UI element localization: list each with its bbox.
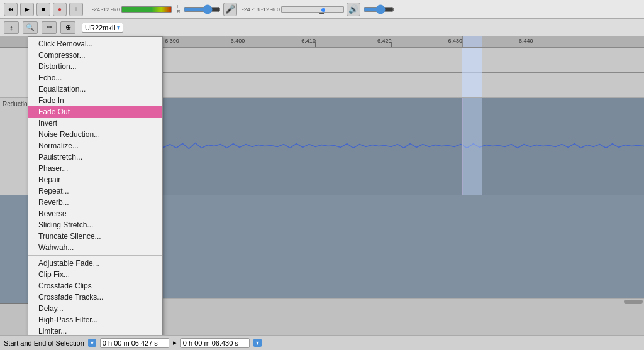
stop-button[interactable]: ■ [36, 3, 50, 16]
output-level-meter [121, 6, 172, 13]
menu-item-noise-reduction[interactable]: Noise Reduction... [28, 129, 162, 140]
track-3-waveform[interactable] [138, 195, 644, 303]
menu-item-fade-out[interactable]: Fade Out [28, 106, 162, 118]
menu-item-repair[interactable]: Repair [28, 174, 162, 185]
meter-label-0: 0 [117, 6, 120, 13]
menu-item-reverb[interactable]: Reverb... [28, 197, 162, 208]
main-toolbar: Fake_Wind ⏮ ▶ ■ ● ⏸ -24 -12 -6 0 LR 🎤 -2… [0, 0, 644, 19]
effects-dropdown-menu: Click Removal... Compressor... Distortio… [28, 36, 163, 350]
gain-label-max: -12 [261, 6, 269, 13]
hscroll-thumb[interactable] [624, 300, 643, 304]
menu-item-crossfade-clips[interactable]: Crossfade Clips [28, 280, 162, 292]
selection-arrow: ▸ [173, 339, 177, 347]
horizontal-scrollbar[interactable] [138, 298, 644, 304]
menu-item-equalization[interactable]: Equalization... [28, 84, 162, 95]
menu-item-paulstretch[interactable]: Paulstretch... [28, 151, 162, 163]
menu-item-reverse[interactable]: Reverse [28, 208, 162, 219]
menu-item-echo[interactable]: Echo... [28, 72, 162, 84]
meter-label-right: -6 [111, 6, 116, 13]
track-2-waveform[interactable] [138, 98, 644, 195]
device-name: UR22mkII [85, 24, 116, 31]
status-select-dropdown[interactable]: ▾ [88, 339, 96, 347]
gain-label-mid: -18 [252, 6, 260, 13]
selection-region-ruler [462, 36, 482, 47]
track-2-selection [462, 98, 482, 195]
menu-item-click-removal[interactable]: Click Removal... [28, 38, 162, 50]
menu-item-fade-in[interactable]: Fade In [28, 95, 162, 106]
menu-item-compressor[interactable]: Compressor... [28, 50, 162, 61]
volume-slider[interactable] [183, 5, 221, 14]
lr-label: LR [177, 4, 180, 14]
menu-item-wahwah[interactable]: Wahwah... [28, 242, 162, 253]
track-1-waveform-svg [138, 48, 644, 97]
menu-item-phaser[interactable]: Phaser... [28, 163, 162, 174]
selection-start-input[interactable] [100, 338, 169, 348]
track-1-selection [462, 48, 482, 97]
draw-tool-button[interactable]: ✏ [42, 21, 57, 34]
select-tool-button[interactable]: ↕ [4, 21, 19, 34]
play-button[interactable]: ▶ [20, 3, 34, 16]
meter-label-left: -24 [92, 6, 100, 13]
gain-label-high: -6 [270, 6, 275, 13]
menu-item-clip-fix[interactable]: Clip Fix... [28, 269, 162, 280]
selection-end-input[interactable] [180, 338, 250, 348]
ruler-tick-2: 6.410 [315, 42, 316, 47]
menu-item-sliding-stretch[interactable]: Sliding Stretch... [28, 219, 162, 231]
gain-area: -24 -18 -12 -6 0 [242, 6, 344, 13]
ruler-tick-3: 6.420 [391, 42, 392, 47]
ruler-tick-1: 6.400 [245, 42, 245, 47]
effects-toolbar: ↕ 🔍 ✏ ⊕ UR22mkII ▾ [0, 19, 644, 36]
gain-label-0: 0 [277, 6, 280, 13]
input-meter: -24 -12 -6 0 [92, 6, 172, 13]
playback-slider[interactable] [363, 5, 394, 14]
zoom-tool-button[interactable]: 🔍 [23, 21, 38, 34]
menu-item-normalize[interactable]: Normalize... [28, 140, 162, 151]
device-selector[interactable]: UR22mkII ▾ [82, 23, 123, 33]
gain-meter [281, 6, 344, 13]
status-bar: Start and End of Selection ▾ ▸ ▾ [0, 335, 644, 350]
menu-item-distortion[interactable]: Distortion... [28, 61, 162, 72]
track-1-waveform[interactable] [138, 48, 644, 97]
menu-separator-1 [28, 255, 162, 256]
device-dropdown-arrow: ▾ [117, 24, 120, 31]
menu-item-high-pass-filter[interactable]: High-Pass Filter... [28, 314, 162, 325]
menu-item-truncate-silence[interactable]: Truncate Silence... [28, 231, 162, 242]
ruler-tick-0: 6.390 [179, 42, 179, 47]
menu-item-crossfade-tracks[interactable]: Crossfade Tracks... [28, 292, 162, 303]
menu-item-repeat[interactable]: Repeat... [28, 185, 162, 197]
mic-button[interactable]: 🎤 [223, 3, 237, 16]
ruler-tick-5: 6.440 [533, 42, 533, 47]
menu-item-invert[interactable]: Invert [28, 118, 162, 129]
record-button[interactable]: ● [53, 3, 67, 16]
status-label: Start and End of Selection [4, 339, 84, 347]
skip-start-button[interactable]: ⏮ [4, 3, 18, 16]
status-end-dropdown[interactable]: ▾ [253, 339, 262, 347]
multi-tool-button[interactable]: ⊕ [60, 21, 75, 34]
menu-item-adjustable-fade[interactable]: Adjustable Fade... [28, 258, 162, 269]
pause-button[interactable]: ⏸ [69, 3, 83, 16]
track-2-waveform-svg [138, 98, 644, 195]
speaker-button[interactable]: 🔊 [347, 3, 360, 16]
gain-indicator [321, 8, 325, 12]
meter-label-mid: -12 [101, 6, 109, 13]
menu-item-delay[interactable]: Delay... [28, 303, 162, 314]
gain-label-min: -24 [242, 6, 250, 13]
ruler-inner: 6.390 6.400 6.410 6.420 6.430 6.440 [138, 36, 644, 47]
